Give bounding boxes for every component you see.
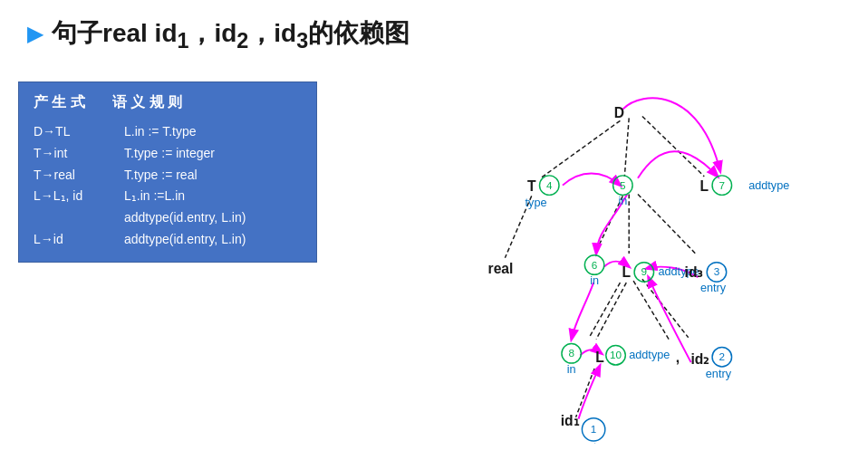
arrow-type-to-in5 bbox=[563, 173, 621, 185]
rule-2: T.type := integer bbox=[124, 143, 302, 165]
table-row: addtype(id.entry, L.in) bbox=[34, 207, 302, 229]
in-label-6: in bbox=[590, 274, 599, 287]
prod-3: T→real bbox=[34, 165, 106, 187]
id3-label: id₃ bbox=[685, 264, 704, 280]
arrow-D-addtype7 bbox=[622, 98, 720, 171]
prod-5: L→id bbox=[34, 229, 106, 251]
edge-5-id3 bbox=[638, 194, 696, 253]
num-4: 4 bbox=[546, 179, 553, 191]
edge-D-5 bbox=[624, 118, 629, 176]
num-9: 9 bbox=[641, 265, 648, 277]
prod-4: L→L₁, id bbox=[34, 186, 106, 207]
title-area: ▶ 句子real id1，id2，id3的依赖图 bbox=[27, 16, 410, 53]
prod-2: T→int bbox=[34, 143, 106, 165]
title-cn-prefix: 句子 bbox=[52, 19, 102, 47]
addtype-7-label: addtype bbox=[748, 179, 789, 192]
header-production: 产 生 式 bbox=[34, 93, 85, 112]
comma-label: , bbox=[676, 350, 680, 365]
entry-1-label: entry bbox=[581, 441, 607, 444]
rule-3: T.type := real bbox=[124, 165, 302, 187]
num-10: 10 bbox=[610, 349, 622, 360]
header-rule: 语 义 规 则 bbox=[112, 93, 182, 112]
edge-D-L7 bbox=[642, 116, 704, 176]
id2-label: id₂ bbox=[690, 351, 709, 367]
addtype-10-label: addtype bbox=[629, 349, 670, 361]
num-3: 3 bbox=[714, 265, 720, 277]
table-row: T→int T.type := integer bbox=[34, 143, 302, 165]
in-label-8: in bbox=[567, 363, 576, 376]
node-Lmid-label: L bbox=[622, 264, 631, 280]
num-5: 5 bbox=[620, 179, 626, 191]
arrow-in6-to-in8 bbox=[572, 283, 593, 340]
rule-4: L₁.in :=L.in bbox=[124, 186, 302, 207]
node-L7-label: L bbox=[699, 178, 709, 194]
rule-1: L.in := T.type bbox=[124, 121, 302, 143]
type-label: type bbox=[526, 196, 547, 209]
num-6: 6 bbox=[592, 259, 598, 271]
entry-2-label: entry bbox=[706, 368, 732, 380]
num-8: 8 bbox=[568, 347, 574, 359]
edge-Lbot-id1 bbox=[576, 369, 595, 417]
arrow-in5-to-addtype7 bbox=[638, 151, 718, 178]
edge-Lmid-Lbot bbox=[596, 283, 626, 340]
rule-4b: addtype(id.entry, L.in) bbox=[124, 207, 302, 229]
title-text: 句子real id1，id2，id3的依赖图 bbox=[52, 16, 410, 53]
grammar-table: 产 生 式 语 义 规 则 D→TL L.in := T.type T→int … bbox=[18, 81, 317, 263]
node-D-label: D bbox=[614, 105, 624, 120]
title-arrow-icon: ▶ bbox=[27, 23, 43, 46]
num-2: 2 bbox=[719, 350, 726, 362]
edge-Lmid-id2 bbox=[642, 279, 689, 337]
real-label: real bbox=[488, 261, 514, 276]
num-7: 7 bbox=[719, 179, 726, 191]
node-T-label: T bbox=[527, 178, 536, 194]
entry-3-label: entry bbox=[700, 282, 727, 294]
table-row: T→real T.type := real bbox=[34, 165, 302, 187]
table-row: L→L₁, id L₁.in :=L.in bbox=[34, 186, 302, 207]
edge-D-T bbox=[540, 120, 620, 178]
num-1: 1 bbox=[591, 423, 597, 435]
prod-1: D→TL bbox=[34, 121, 106, 143]
in-label-5: in bbox=[618, 195, 627, 207]
arrow-entry1-to-addtype10 bbox=[579, 366, 600, 419]
rule-5: addtype(id.entry, L.in) bbox=[124, 229, 302, 251]
table-row: D→TL L.in := T.type bbox=[34, 121, 302, 143]
id1-label: id₁ bbox=[561, 413, 580, 428]
edge-Lmid-8 bbox=[589, 283, 620, 338]
prod-4b bbox=[34, 207, 106, 229]
node-Lbot-label: L bbox=[595, 350, 604, 365]
table-header: 产 生 式 语 义 规 则 bbox=[34, 93, 302, 112]
dependency-diagram: D T 4 type 5 in L 7 addtype real 6 in L … bbox=[344, 54, 852, 444]
table-row: L→id addtype(id.entry, L.in) bbox=[34, 229, 302, 251]
